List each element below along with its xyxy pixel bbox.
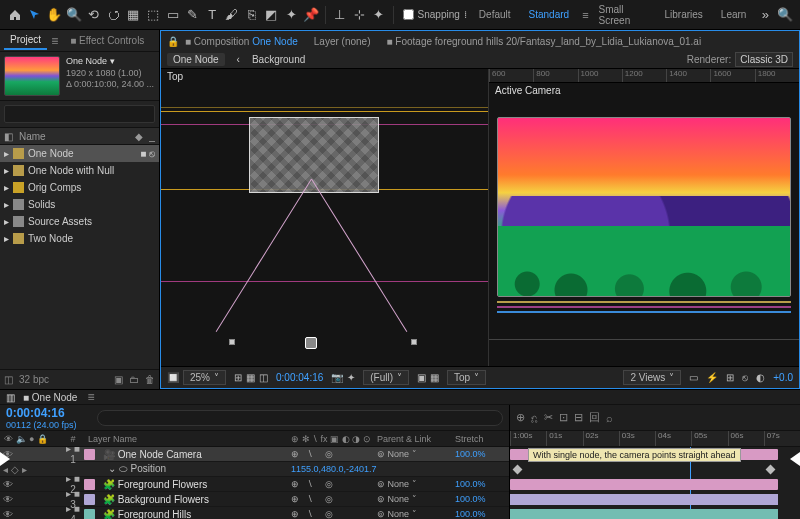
track[interactable] [510,492,800,507]
tl-tool-6[interactable]: 回 [589,410,600,425]
project-item[interactable]: ▸ Source Assets [0,213,159,230]
layer-tab[interactable]: Layer (none) [314,36,371,47]
zoom-tool-icon[interactable]: 🔍 [65,4,83,26]
name-col[interactable]: Name [19,131,46,142]
tl-tool-3[interactable]: ✂ [544,411,553,424]
interpret-footage-icon[interactable]: ◫ [4,374,13,385]
layer-list[interactable]: 👁 ▸ ■ 1🎥 One Node Camera⊕ ∖ ◎⊚ None ˅100… [0,447,509,519]
home-icon[interactable] [6,4,24,26]
workspace-standard[interactable]: Standard [521,6,578,23]
col-parent[interactable]: Parent & Link [377,434,455,444]
pan-behind-tool-icon[interactable]: ⬚ [144,4,162,26]
project-tab[interactable]: Project [4,31,47,50]
workspace-learn[interactable]: Learn [713,6,755,23]
search-icon[interactable]: 🔍 [776,4,794,26]
res-auto-icon[interactable]: ⊞ [234,372,242,383]
orbit-tool-icon[interactable]: ⟲ [85,4,103,26]
delete-icon[interactable]: 🗑 [145,374,155,385]
project-search-input[interactable] [4,105,155,123]
tl-tool-4[interactable]: ⊡ [559,411,568,424]
roi-icon[interactable]: ▣ [417,372,426,383]
type-filter-icon[interactable]: ◧ [4,131,13,142]
channel-icon[interactable]: ✦ [347,372,355,383]
zoom-select[interactable]: 25% ˅ [183,370,226,385]
tl-tool-1[interactable]: ⊕ [516,411,525,424]
rotation-tool-icon[interactable]: ⭯ [105,4,123,26]
active-camera-view[interactable]: 60080010001200140016001800 Active Camera [489,69,799,366]
puppet-tool-icon[interactable]: 📌 [302,4,320,26]
grid-icon[interactable]: ▦ [246,372,255,383]
roto-tool-icon[interactable]: ✦ [282,4,300,26]
project-item[interactable]: ▸ Solids [0,196,159,213]
comp-mini-icon[interactable]: ▥ [6,392,15,403]
workspace-libraries[interactable]: Libraries [657,6,711,23]
timeline-tracks[interactable]: With single node, the camera points stra… [510,447,800,519]
mask-icon[interactable]: ◫ [259,372,268,383]
project-item[interactable]: ▸ One Node■ ⎋ [0,145,159,162]
axis-local-icon[interactable]: ⊥ [331,4,349,26]
footage-tab[interactable]: ■ Footage foreground hills 20/Fantasy_la… [387,36,702,47]
breadcrumb-current[interactable]: One Node [167,53,225,66]
bpc-toggle[interactable]: 32 bpc [19,374,49,385]
col-layer-name[interactable]: Layer Name [84,434,291,444]
layer-row[interactable]: 👁 ▸ ■ 1🎥 One Node Camera⊕ ∖ ◎⊚ None ˅100… [0,447,509,462]
breadcrumb-parent[interactable]: Background [252,54,305,65]
brush-tool-icon[interactable]: 🖌 [223,4,241,26]
project-item[interactable]: ▸ Orig Comps [0,179,159,196]
pixel-aspect-icon[interactable]: ▭ [689,372,698,383]
type-tool-icon[interactable]: T [203,4,221,26]
project-tree[interactable]: ▸ One Node■ ⎋▸ One Node with Null▸ Orig … [0,145,159,369]
camera-tool-icon[interactable]: ▦ [124,4,142,26]
tl-tool-2[interactable]: ⎌ [531,412,538,424]
effect-controls-tab[interactable]: ■ Effect Controls [64,32,150,49]
handle-right[interactable] [411,339,417,345]
timeline-search-input[interactable] [97,410,503,426]
comp-thumbnail[interactable] [4,56,60,96]
frame-counter[interactable]: 00112 (24.00 fps) [6,420,77,430]
project-item[interactable]: ▸ Two Node [0,230,159,247]
selection-tool-icon[interactable] [26,4,44,26]
col-stretch[interactable]: Stretch [455,434,509,444]
workspace-overflow-icon[interactable]: » [756,4,774,26]
label-col-icon[interactable]: ◆ [135,131,143,142]
keyframe[interactable] [766,465,776,475]
panel-resize-left[interactable] [0,452,10,466]
snapshot-icon[interactable]: 📷 [331,372,343,383]
timeline-menu-icon[interactable]: ≡ [87,390,94,404]
renderer-select[interactable]: Classic 3D [735,52,793,67]
axis-view-icon[interactable]: ✦ [370,4,388,26]
exposure-value[interactable]: +0.0 [773,372,793,383]
exposure-reset-icon[interactable]: ◐ [756,372,765,383]
view-mode-select[interactable]: Top ˅ [447,370,486,385]
pen-tool-icon[interactable]: ✎ [184,4,202,26]
track[interactable] [510,477,800,492]
resolution-select[interactable]: (Full) ˅ [363,370,409,385]
handle-left[interactable] [229,339,235,345]
views-layout-select[interactable]: 2 Views ˅ [623,370,681,385]
workspace-smallscreen[interactable]: Small Screen [591,1,655,29]
fast-preview-icon[interactable]: ⚡ [706,372,718,383]
lock-icon[interactable]: 🔒 [167,36,179,47]
snapping-toggle[interactable]: Snapping ⁞ [403,9,467,20]
workspace-default[interactable]: Default [471,6,519,23]
new-folder-icon[interactable]: 🗀 [129,374,139,385]
panel-resize-right[interactable] [790,452,800,466]
tl-tool-7[interactable]: ⌕ [606,412,613,424]
type-col-icon[interactable]: ⎯ [149,131,155,142]
transparency-icon[interactable]: ▦ [430,372,439,383]
footer-timecode[interactable]: 0:00:04:16 [276,372,323,383]
new-comp-icon[interactable]: ▣ [114,374,123,385]
tl-tool-5[interactable]: ⊟ [574,411,583,424]
magnify-icon[interactable]: 🔲 [167,372,179,383]
track[interactable] [510,507,800,519]
workspace-menu-icon[interactable]: ≡ [582,9,588,21]
current-timecode[interactable]: 0:00:04:16 [6,406,77,420]
shape-tool-icon[interactable]: ▭ [164,4,182,26]
hand-tool-icon[interactable]: ✋ [45,4,63,26]
eraser-tool-icon[interactable]: ◩ [263,4,281,26]
clone-tool-icon[interactable]: ⎘ [243,4,261,26]
axis-world-icon[interactable]: ⊹ [350,4,368,26]
keyframe[interactable] [513,465,523,475]
timeline-icon[interactable]: ⊞ [726,372,734,383]
project-item[interactable]: ▸ One Node with Null [0,162,159,179]
